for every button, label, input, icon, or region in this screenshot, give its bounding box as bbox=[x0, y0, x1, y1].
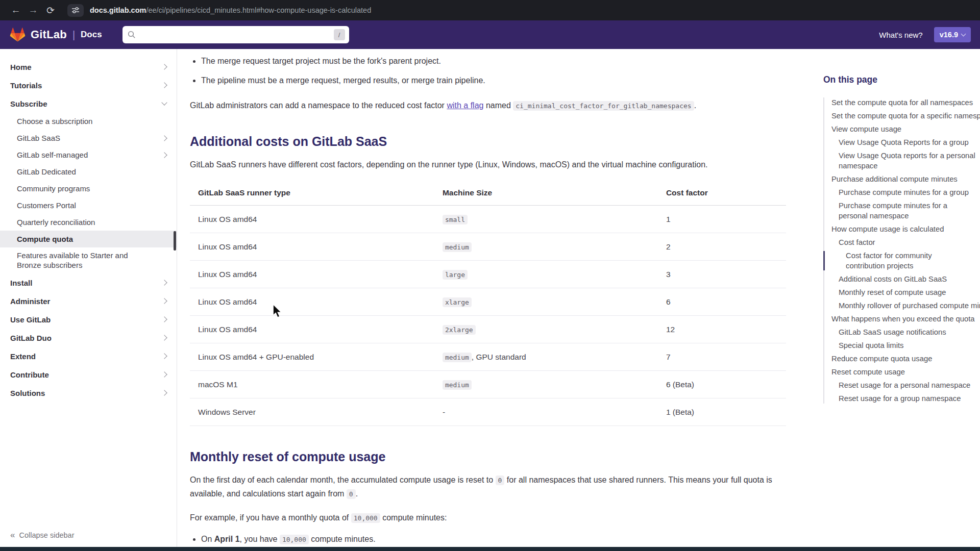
toc-item-reset-compute-usage[interactable]: Reset compute usage bbox=[824, 367, 980, 377]
gitlab-logo[interactable]: GitLab | Docs bbox=[9, 27, 102, 43]
sidebar-item-customers-portal[interactable]: Customers Portal bbox=[0, 197, 177, 214]
toc-item-set-the-compute-quota-for-all-namespaces[interactable]: Set the compute quota for all namespaces bbox=[824, 97, 980, 108]
sidebar-item-community-programs[interactable]: Community programs bbox=[0, 180, 177, 197]
toc-item-cost-factor-for-community-contribution-p[interactable]: Cost factor for community contribution p… bbox=[824, 251, 972, 271]
inline-code: 2xlarge bbox=[443, 325, 476, 335]
cost-factor-cell: 6 (Beta) bbox=[658, 371, 786, 398]
toc-item-additional-costs-on-gitlab-saas[interactable]: Additional costs on GitLab SaaS bbox=[824, 274, 980, 284]
sidebar-item-label: Tutorials bbox=[10, 81, 42, 90]
sidebar-nav: HomeTutorialsSubscribeChoose a subscript… bbox=[0, 58, 177, 402]
sidebar-item-gitlab-saas[interactable]: GitLab SaaS bbox=[0, 130, 177, 146]
search-input[interactable] bbox=[140, 31, 334, 39]
toc-item-reduce-compute-quota-usage[interactable]: Reduce compute quota usage bbox=[824, 354, 980, 364]
collapse-sidebar-button[interactable]: « Collapse sidebar bbox=[10, 530, 74, 540]
machine-size-cell: 2xlarge bbox=[434, 316, 658, 343]
table-header-row: GitLab SaaS runner type Machine Size Cos… bbox=[190, 183, 786, 206]
toc-item-special-quota-limits[interactable]: Special quota limits bbox=[824, 340, 980, 350]
version-label: v16.9 bbox=[940, 31, 958, 39]
toc-item-cost-factor[interactable]: Cost factor bbox=[824, 237, 980, 247]
inline-code: 0 bbox=[496, 475, 505, 485]
toc-item-purchase-compute-minutes-for-a-personal-[interactable]: Purchase compute minutes for a personal … bbox=[824, 201, 977, 221]
back-icon[interactable]: ← bbox=[7, 5, 24, 16]
text-segment: . bbox=[694, 101, 696, 110]
sidebar-item-gitlab-self-managed[interactable]: GitLab self-managed bbox=[0, 146, 177, 163]
chevron-down-icon bbox=[161, 99, 167, 105]
toc-item-reset-usage-for-a-personal-namespace[interactable]: Reset usage for a personal namespace bbox=[824, 380, 980, 390]
url-host: docs.gitlab.com bbox=[90, 6, 146, 14]
sidebar-item-solutions[interactable]: Solutions bbox=[0, 384, 177, 402]
sidebar-item-contribute[interactable]: Contribute bbox=[0, 365, 177, 384]
sidebar-item-label: GitLab self-managed bbox=[17, 151, 88, 159]
sidebar-scrollbar-thumb[interactable] bbox=[174, 231, 176, 251]
forward-icon[interactable]: → bbox=[24, 5, 42, 16]
table-row: Linux OS amd64xlarge6 bbox=[190, 288, 786, 316]
sidebar-item-subscribe[interactable]: Subscribe bbox=[0, 94, 177, 113]
toc-item-gitlab-saas-usage-notifications[interactable]: GitLab SaaS usage notifications bbox=[824, 327, 980, 337]
runner-type-cell: Linux OS amd64 bbox=[190, 261, 434, 288]
runner-type-cell: Linux OS amd64 bbox=[190, 288, 434, 316]
toc-item-set-the-compute-quota-for-a-specific-nam[interactable]: Set the compute quota for a specific nam… bbox=[824, 111, 980, 121]
sidebar-item-install[interactable]: Install bbox=[0, 273, 177, 292]
toc-item-view-compute-usage[interactable]: View compute usage bbox=[824, 124, 980, 134]
toc-item-reset-usage-for-a-group-namespace[interactable]: Reset usage for a group namespace bbox=[824, 393, 980, 404]
site-info-icon[interactable] bbox=[67, 4, 84, 17]
sidebar-item-features-available-to-starter-and-bronze[interactable]: Features available to Starter and Bronze… bbox=[0, 247, 177, 273]
toc-item-purchase-additional-compute-minutes[interactable]: Purchase additional compute minutes bbox=[824, 174, 980, 184]
sidebar-item-choose-a-subscription[interactable]: Choose a subscription bbox=[0, 113, 177, 130]
text-segment: For example, if you have a monthly quota… bbox=[190, 513, 351, 522]
sidebar-item-label: Extend bbox=[10, 352, 36, 361]
bottom-edge-bar bbox=[0, 547, 980, 551]
sidebar-item-label: Customers Portal bbox=[17, 201, 76, 210]
text-segment: On the first day of each calendar month,… bbox=[190, 475, 496, 484]
example-bullet-list: On April 1, you have 10,000 compute minu… bbox=[190, 533, 786, 547]
sidebar-item-gitlab-duo[interactable]: GitLab Duo bbox=[0, 329, 177, 347]
table-row: Linux OS amd64large3 bbox=[190, 261, 786, 288]
toc-item-what-happens-when-you-exceed-the-quota[interactable]: What happens when you exceed the quota bbox=[824, 314, 980, 324]
reload-icon[interactable]: ⟳ bbox=[42, 5, 59, 16]
cost-factor-cell: 12 bbox=[658, 316, 786, 343]
cost-factor-cell: 3 bbox=[658, 261, 786, 288]
runner-type-cell: Linux OS amd64 bbox=[190, 233, 434, 261]
sidebar-item-home[interactable]: Home bbox=[0, 58, 177, 76]
toc-item-monthly-rollover-of-purchased-compute-mi[interactable]: Monthly rollover of purchased compute mi… bbox=[824, 300, 980, 311]
table-row: macOS M1medium6 (Beta) bbox=[190, 371, 786, 398]
whats-new-link[interactable]: What's new? bbox=[879, 31, 922, 39]
chevron-right-icon bbox=[161, 64, 167, 69]
toc-item-monthly-reset-of-compute-usage[interactable]: Monthly reset of compute usage bbox=[824, 287, 980, 297]
logo-divider: | bbox=[72, 29, 75, 41]
runner-type-cell: Linux OS amd64 + GPU-enabled bbox=[190, 343, 434, 371]
runner-type-cell: Windows Server bbox=[190, 398, 434, 426]
machine-size-cell: xlarge bbox=[434, 288, 658, 316]
sidebar-item-gitlab-dedicated[interactable]: GitLab Dedicated bbox=[0, 163, 177, 180]
toc-title: On this page bbox=[823, 74, 980, 85]
collapse-label: Collapse sidebar bbox=[19, 531, 74, 539]
chevron-right-icon bbox=[161, 353, 167, 359]
machine-size-cell: medium, GPU standard bbox=[434, 343, 658, 371]
search-box[interactable]: / bbox=[122, 26, 349, 43]
sidebar-item-compute-quota[interactable]: Compute quota bbox=[0, 231, 177, 247]
toc-item-view-usage-quota-reports-for-a-group[interactable]: View Usage Quota Reports for a group bbox=[824, 137, 980, 147]
example-paragraph: For example, if you have a monthly quota… bbox=[190, 511, 786, 525]
sidebar-item-label: Administer bbox=[10, 297, 50, 306]
chevron-right-icon bbox=[161, 135, 167, 141]
chevron-down-icon bbox=[961, 32, 966, 37]
sidebar-item-quarterly-reconciliation[interactable]: Quarterly reconciliation bbox=[0, 214, 177, 231]
text-segment: , GPU standard bbox=[472, 353, 526, 361]
toc-item-view-usage-quota-reports-for-a-personal-[interactable]: View Usage Quota reports for a personal … bbox=[824, 151, 977, 171]
sidebar-item-label: GitLab SaaS bbox=[17, 134, 60, 142]
version-dropdown[interactable]: v16.9 bbox=[934, 27, 971, 42]
text-segment: compute minutes. bbox=[309, 535, 376, 543]
toc-item-purchase-compute-minutes-for-a-group[interactable]: Purchase compute minutes for a group bbox=[824, 187, 980, 197]
inline-link[interactable]: with a flag bbox=[447, 101, 483, 110]
inline-code: large bbox=[443, 270, 468, 280]
toc-item-how-compute-usage-is-calculated[interactable]: How compute usage is calculated bbox=[824, 224, 980, 234]
cost-factor-cell: 7 bbox=[658, 343, 786, 371]
url-bar[interactable]: docs.gitlab.com/ee/ci/pipelines/cicd_min… bbox=[90, 6, 371, 15]
sidebar-item-use-gitlab[interactable]: Use GitLab bbox=[0, 310, 177, 329]
sidebar-item-tutorials[interactable]: Tutorials bbox=[0, 76, 177, 94]
sidebar-item-extend[interactable]: Extend bbox=[0, 347, 177, 365]
chevron-right-icon bbox=[161, 152, 167, 158]
sidebar-item-administer[interactable]: Administer bbox=[0, 292, 177, 310]
sidebar-item-label: Subscribe bbox=[10, 99, 47, 108]
sidebar-item-label: Features available to Starter and Bronze… bbox=[17, 251, 154, 270]
